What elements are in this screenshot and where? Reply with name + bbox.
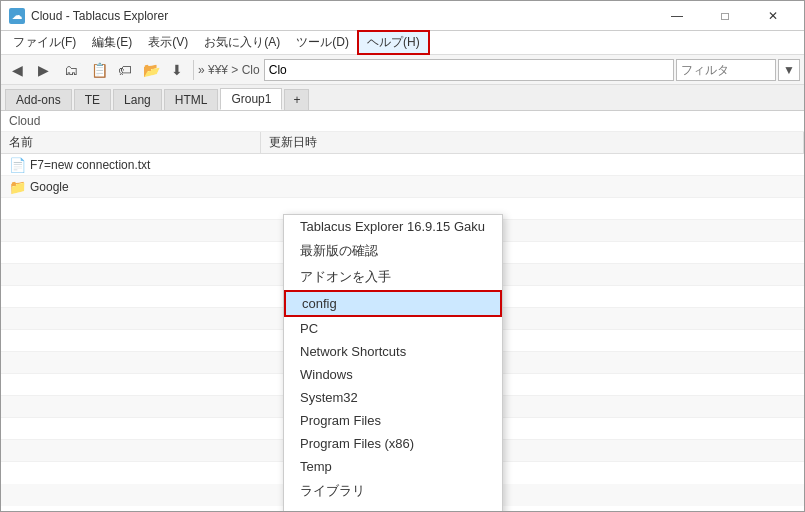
toolbar-btn-6[interactable]: ⬇ <box>165 58 189 82</box>
title-bar-left: ☁ Cloud - Tablacus Explorer <box>9 8 168 24</box>
close-button[interactable]: ✕ <box>750 6 796 26</box>
toolbar-btn-3[interactable]: 📋 <box>87 58 111 82</box>
menu-program-files-x86[interactable]: Program Files (x86) <box>284 432 502 455</box>
toolbar-btn-5[interactable]: 📂 <box>139 58 163 82</box>
breadcrumb-text: Cloud <box>9 114 40 128</box>
tab-add-button[interactable]: + <box>284 89 309 110</box>
menu-pc[interactable]: PC <box>284 317 502 340</box>
tab-group1[interactable]: Group1 <box>220 88 282 110</box>
menu-network-shortcuts[interactable]: Network Shortcuts <box>284 340 502 363</box>
toolbar-btn-4[interactable]: 🏷 <box>113 58 137 82</box>
menu-windows[interactable]: Windows <box>284 363 502 386</box>
dropdown-menu: Tablacus Explorer 16.9.15 Gaku 最新版の確認 アド… <box>283 214 503 511</box>
filter-input[interactable] <box>676 59 776 81</box>
menu-library[interactable]: ライブラリ <box>284 478 502 504</box>
breadcrumb: Cloud <box>1 111 804 132</box>
folder-icon-button[interactable]: 🗂 <box>57 58 85 82</box>
menu-tools[interactable]: ツール(D) <box>288 32 357 53</box>
maximize-button[interactable]: □ <box>702 6 748 26</box>
main-window: ☁ Cloud - Tablacus Explorer — □ ✕ ファイル(F… <box>0 0 805 512</box>
menu-bar: ファイル(F) 編集(E) 表示(V) お気に入り(A) ツール(D) ヘルプ(… <box>1 31 804 55</box>
back-button[interactable]: ◀ <box>5 58 29 82</box>
menu-about[interactable]: Tablacus Explorer 16.9.15 Gaku <box>284 215 502 238</box>
address-bar: » ¥¥¥ > Clo <box>198 59 674 81</box>
menu-program-files[interactable]: Program Files <box>284 409 502 432</box>
tab-bar: Add-ons TE Lang HTML Group1 + <box>1 85 804 111</box>
menu-check-update[interactable]: 最新版の確認 <box>284 238 502 264</box>
menu-favorites[interactable]: お気に入り(A) <box>196 32 288 53</box>
menu-config[interactable]: config <box>284 290 502 317</box>
address-prefix: » ¥¥¥ > Clo <box>198 63 260 77</box>
menu-temp[interactable]: Temp <box>284 455 502 478</box>
menu-help[interactable]: ヘルプ(H) <box>357 30 430 55</box>
menu-file[interactable]: ファイル(F) <box>5 32 84 53</box>
tab-lang[interactable]: Lang <box>113 89 162 110</box>
toolbar: ◀ ▶ 🗂 📋 🏷 📂 ⬇ » ¥¥¥ > Clo ▼ <box>1 55 804 85</box>
app-icon: ☁ <box>9 8 25 24</box>
filter-button[interactable]: ▼ <box>778 59 800 81</box>
address-input[interactable] <box>264 59 674 81</box>
tab-addons[interactable]: Add-ons <box>5 89 72 110</box>
menu-documents[interactable]: ドキュメント <box>284 504 502 511</box>
title-bar: ☁ Cloud - Tablacus Explorer — □ ✕ <box>1 1 804 31</box>
main-content: 名前 更新日時 📄 F7=new connection.txt 📁 Google <box>1 132 804 511</box>
tab-html[interactable]: HTML <box>164 89 219 110</box>
forward-button[interactable]: ▶ <box>31 58 55 82</box>
toolbar-sep <box>193 60 194 80</box>
window-controls: — □ ✕ <box>654 6 796 26</box>
menu-get-addon[interactable]: アドオンを入手 <box>284 264 502 290</box>
menu-view[interactable]: 表示(V) <box>140 32 196 53</box>
dropdown-overlay: Tablacus Explorer 16.9.15 Gaku 最新版の確認 アド… <box>1 132 804 511</box>
menu-edit[interactable]: 編集(E) <box>84 32 140 53</box>
menu-system32[interactable]: System32 <box>284 386 502 409</box>
tab-te[interactable]: TE <box>74 89 111 110</box>
window-title: Cloud - Tablacus Explorer <box>31 9 168 23</box>
minimize-button[interactable]: — <box>654 6 700 26</box>
